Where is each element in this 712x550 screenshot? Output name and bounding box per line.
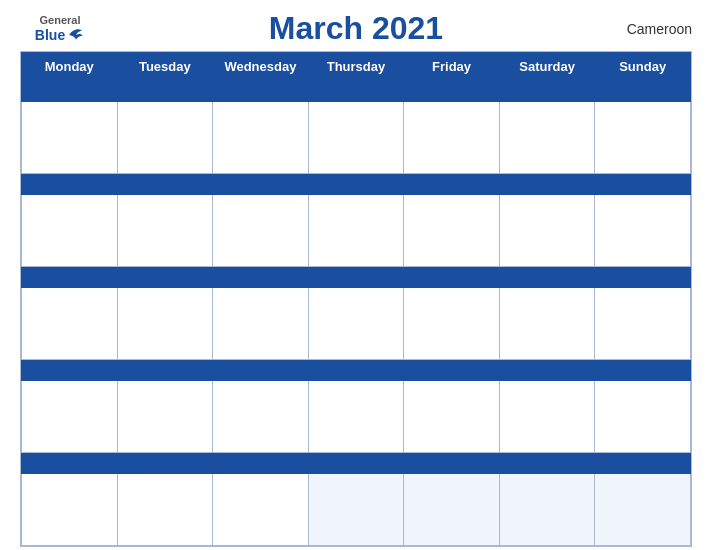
date-number-25: 25 [308, 360, 404, 381]
date-number-18: 18 [308, 267, 404, 288]
country-label: Cameroon [612, 21, 692, 37]
week-content-row-4 [22, 381, 691, 453]
date-number-27: 27 [499, 360, 595, 381]
day-header-monday: Monday [22, 53, 118, 81]
date-number-empty [499, 453, 595, 474]
date-cell-27 [499, 381, 595, 453]
date-number-17: 17 [213, 267, 309, 288]
date-cell-28 [595, 381, 691, 453]
week-content-row-5 [22, 474, 691, 546]
date-number-empty [404, 453, 500, 474]
date-cell-5 [404, 102, 500, 174]
date-number-20: 20 [499, 267, 595, 288]
date-cell-18 [308, 288, 404, 360]
date-number-21: 21 [595, 267, 691, 288]
date-cell-15 [22, 288, 118, 360]
date-number-12: 12 [404, 174, 500, 195]
date-cell-26 [404, 381, 500, 453]
day-header-wednesday: Wednesday [213, 53, 309, 81]
date-cell-10 [213, 195, 309, 267]
date-cell-9 [117, 195, 213, 267]
date-cell-3 [213, 102, 309, 174]
week-numbers-row-4: 22232425262728 [22, 360, 691, 381]
date-cell-29 [22, 474, 118, 546]
day-header-friday: Friday [404, 53, 500, 81]
week-content-row-2 [22, 195, 691, 267]
date-cell-25 [308, 381, 404, 453]
date-cell-17 [213, 288, 309, 360]
date-number-22: 22 [22, 360, 118, 381]
day-headers-row: Monday Tuesday Wednesday Thursday Friday… [22, 53, 691, 81]
date-cell-empty-3 [308, 474, 404, 546]
calendar-grid: Monday Tuesday Wednesday Thursday Friday… [20, 51, 692, 547]
logo: General Blue [20, 14, 100, 44]
date-cell-31 [213, 474, 309, 546]
date-number-26: 26 [404, 360, 500, 381]
date-cell-7 [595, 102, 691, 174]
date-cell-13 [499, 195, 595, 267]
date-cell-22 [22, 381, 118, 453]
date-cell-12 [404, 195, 500, 267]
day-header-tuesday: Tuesday [117, 53, 213, 81]
date-number-28: 28 [595, 360, 691, 381]
date-number-19: 19 [404, 267, 500, 288]
date-number-14: 14 [595, 174, 691, 195]
date-number-13: 13 [499, 174, 595, 195]
date-number-15: 15 [22, 267, 118, 288]
date-number-8: 8 [22, 174, 118, 195]
logo-blue-text: Blue [35, 27, 65, 43]
day-header-saturday: Saturday [499, 53, 595, 81]
date-cell-empty-4 [404, 474, 500, 546]
date-cell-20 [499, 288, 595, 360]
week-content-row-3 [22, 288, 691, 360]
date-number-4: 4 [308, 81, 404, 102]
date-cell-23 [117, 381, 213, 453]
date-number-6: 6 [499, 81, 595, 102]
week-numbers-row-1: 1234567 [22, 81, 691, 102]
date-cell-empty-5 [499, 474, 595, 546]
date-number-5: 5 [404, 81, 500, 102]
day-header-sunday: Sunday [595, 53, 691, 81]
logo-bird-icon [67, 26, 85, 44]
date-cell-8 [22, 195, 118, 267]
date-number-29: 29 [22, 453, 118, 474]
date-cell-30 [117, 474, 213, 546]
date-number-23: 23 [117, 360, 213, 381]
date-number-16: 16 [117, 267, 213, 288]
date-cell-21 [595, 288, 691, 360]
date-number-9: 9 [117, 174, 213, 195]
date-number-3: 3 [213, 81, 309, 102]
week-numbers-row-3: 15161718192021 [22, 267, 691, 288]
date-number-7: 7 [595, 81, 691, 102]
week-numbers-row-5: 293031 [22, 453, 691, 474]
date-number-empty [308, 453, 404, 474]
date-number-30: 30 [117, 453, 213, 474]
date-number-24: 24 [213, 360, 309, 381]
date-number-empty [595, 453, 691, 474]
calendar-header: General Blue March 2021 Cameroon [20, 10, 692, 47]
week-numbers-row-2: 891011121314 [22, 174, 691, 195]
date-cell-4 [308, 102, 404, 174]
date-cell-1 [22, 102, 118, 174]
date-number-31: 31 [213, 453, 309, 474]
date-cell-19 [404, 288, 500, 360]
date-cell-14 [595, 195, 691, 267]
date-number-1: 1 [22, 81, 118, 102]
date-number-11: 11 [308, 174, 404, 195]
calendar-table: Monday Tuesday Wednesday Thursday Friday… [21, 52, 691, 546]
date-cell-16 [117, 288, 213, 360]
date-cell-24 [213, 381, 309, 453]
logo-general-text: General [40, 14, 81, 26]
date-cell-11 [308, 195, 404, 267]
date-cell-empty-6 [595, 474, 691, 546]
calendar-title: March 2021 [100, 10, 612, 47]
day-header-thursday: Thursday [308, 53, 404, 81]
date-number-10: 10 [213, 174, 309, 195]
date-number-2: 2 [117, 81, 213, 102]
date-cell-6 [499, 102, 595, 174]
date-cell-2 [117, 102, 213, 174]
week-content-row-1 [22, 102, 691, 174]
